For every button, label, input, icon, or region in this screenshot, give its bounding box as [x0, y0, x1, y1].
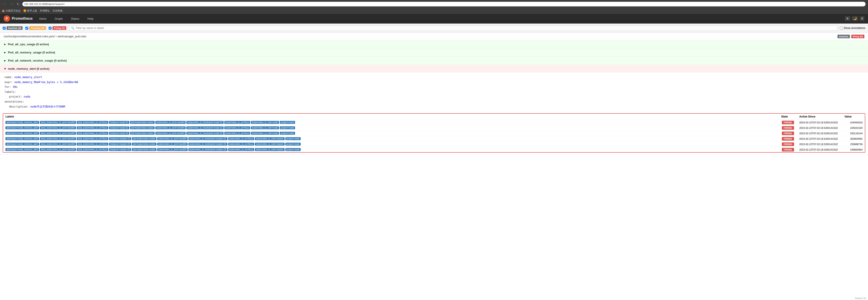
label-tag[interactable]: alertname=node_memory_alert: [5, 148, 39, 151]
label-tag[interactable]: kubernetes_io_role=master: [255, 143, 284, 145]
label-tag[interactable]: kubernetes_io_os=linux: [228, 148, 254, 151]
label-tag[interactable]: instance=node-02: [109, 126, 129, 129]
label-tag[interactable]: beta_kubernetes_io_arch=amd64: [40, 148, 76, 151]
alert-group-node-memory-header[interactable]: ▼ node_memory_alert (6 active): [0, 65, 868, 73]
label-tag[interactable]: kubernetes_io_role=node: [251, 126, 279, 129]
theme-auto-button[interactable]: A: [860, 16, 864, 21]
label-tag[interactable]: kubernetes_io_role=master: [255, 148, 284, 151]
label-tag[interactable]: beta_kubernetes_io_os=linux: [76, 143, 108, 145]
label-tag[interactable]: alertname=node_memory_alert: [5, 126, 39, 129]
table-header-row: Labels State Active Since Value: [3, 114, 865, 120]
label-tag[interactable]: project=node: [285, 143, 301, 145]
search-box[interactable]: 🔍: [69, 25, 837, 31]
label-tag[interactable]: beta_kubernetes_io_arch=amd64: [40, 126, 76, 129]
search-input[interactable]: [76, 27, 835, 30]
show-annotations-checkbox[interactable]: [840, 27, 843, 30]
alert-group-memory-header[interactable]: ► Pod_all_memory_usage (0 active): [0, 49, 868, 56]
label-tag[interactable]: instance=master-01: [109, 137, 131, 140]
filter-pending[interactable]: Pending (0): [25, 26, 46, 30]
value-cell: 228331520: [842, 125, 865, 131]
label-tag[interactable]: project=node: [285, 148, 301, 151]
label-tag[interactable]: instance=master-02: [109, 143, 131, 145]
label-tag[interactable]: project=node: [280, 121, 295, 124]
alert-detail: name: node_memory_alert expr: node_memor…: [0, 73, 868, 111]
label-tag[interactable]: beta_kubernetes_io_arch=amd64: [40, 143, 76, 145]
reload-button[interactable]: ↻: [16, 2, 20, 6]
detail-expr-row: expr: node_memory_MemFree_bytes < 5.2428…: [4, 80, 864, 85]
url-bar[interactable]: 192.168.122.21:9090/alerts?search=: [22, 2, 866, 6]
filter-firing-checkbox[interactable]: [49, 27, 52, 30]
label-tag[interactable]: alertname=node_memory_alert: [5, 143, 39, 145]
label-tag[interactable]: project=node: [280, 126, 295, 129]
label-tag[interactable]: job=kubernetes-nodes: [132, 137, 156, 140]
alert-group-cpu-header[interactable]: ► Pod_all_cpu_usage (0 active): [0, 40, 868, 48]
toolbar: Inactive (3) Pending (0) Firing (1) 🔍 Sh…: [0, 24, 868, 33]
chevron-down-icon: ▼: [4, 67, 6, 71]
label-tag[interactable]: kubernetes_io_arch=amd64: [157, 148, 187, 151]
label-tag[interactable]: kubernetes_io_os=linux: [224, 121, 250, 124]
col-since: Active Since: [797, 114, 842, 120]
label-tag[interactable]: kubernetes_io_arch=amd64: [157, 143, 187, 145]
label-tag[interactable]: job=kubernetes-nodes: [130, 132, 155, 135]
show-annotations-label[interactable]: Show annotations: [840, 27, 865, 30]
label-tag[interactable]: beta_kubernetes_io_os=linux: [76, 121, 108, 124]
label-tag[interactable]: alertname=node_memory_alert: [5, 121, 39, 124]
back-button[interactable]: ←: [2, 2, 7, 6]
nav-help[interactable]: Help: [86, 16, 95, 21]
label-tag[interactable]: instance=node-01: [109, 121, 129, 124]
bookmark-4[interactable]: 京东商城: [53, 9, 62, 12]
label-tag[interactable]: kubernetes_io_arch=amd64: [157, 137, 187, 140]
label-tag[interactable]: kubernetes_io_arch=amd64: [155, 132, 186, 135]
filter-inactive-checkbox[interactable]: [3, 27, 6, 30]
label-tag[interactable]: instance=node-03: [109, 132, 129, 135]
bookmark-1[interactable]: 🦊 火狐官方站点: [2, 9, 21, 12]
label-tag[interactable]: kubernetes_io_role=master: [255, 137, 284, 140]
label-tag[interactable]: kubernetes_io_hostname=master-01: [188, 137, 227, 140]
label-tag[interactable]: job=kubernetes-nodes: [132, 143, 156, 145]
filter-pending-checkbox[interactable]: [25, 27, 28, 30]
label-tag[interactable]: kubernetes_io_hostname=master-02: [188, 143, 227, 145]
state-cell: FIRING: [779, 136, 797, 141]
label-tag[interactable]: kubernetes_io_arch=amd64: [155, 121, 186, 124]
alert-group-network-header[interactable]: ► Pod_all_network_receive_usage (0 activ…: [0, 57, 868, 64]
bookmark-2[interactable]: 🟠 新手上路: [23, 9, 37, 12]
theme-dark-button[interactable]: 🌙: [852, 16, 858, 21]
label-tag[interactable]: project=node: [285, 137, 301, 140]
label-tag[interactable]: alertname=node_memory_alert: [5, 132, 39, 135]
forward-button[interactable]: →: [9, 2, 14, 6]
label-tag[interactable]: beta_kubernetes_io_os=linux: [76, 137, 108, 140]
label-tag[interactable]: beta_kubernetes_io_os=linux: [76, 132, 108, 135]
bookmark-3[interactable]: 常用网址: [40, 9, 50, 12]
filter-inactive[interactable]: Inactive (3): [3, 26, 23, 30]
label-tag[interactable]: kubernetes_io_hostname=node-03: [186, 132, 224, 135]
label-tag[interactable]: kubernetes_io_os=linux: [224, 132, 250, 135]
nav-alerts[interactable]: Alerts: [37, 16, 48, 21]
label-tag[interactable]: kubernetes_io_os=linux: [224, 126, 250, 129]
label-tag[interactable]: project=node: [280, 132, 295, 135]
label-tag[interactable]: kubernetes_io_os=linux: [228, 143, 254, 145]
label-tag[interactable]: kubernetes_io_hostname=master-03: [188, 148, 227, 151]
label-tag[interactable]: beta_kubernetes_io_os=linux: [76, 126, 108, 129]
label-tag[interactable]: beta_kubernetes_io_arch=amd64: [40, 137, 76, 140]
theme-light-button[interactable]: ☀: [845, 16, 850, 21]
label-tag[interactable]: job=kubernetes-nodes: [132, 148, 156, 151]
label-tag[interactable]: kubernetes_io_role=node: [251, 121, 279, 124]
label-tag[interactable]: kubernetes_io_os=linux: [228, 137, 254, 140]
label-tag[interactable]: alertname=node_memory_alert: [5, 137, 39, 140]
detail-project-label: project:: [9, 95, 22, 98]
table-row: alertname=node_memory_alertbeta_kubernet…: [3, 125, 865, 131]
label-tag[interactable]: beta_kubernetes_io_arch=amd64: [40, 121, 76, 124]
label-tag[interactable]: kubernetes_io_hostname=node-01: [186, 121, 224, 124]
nav-status[interactable]: Status: [69, 16, 81, 21]
label-tag[interactable]: kubernetes_io_hostname=node-02: [186, 126, 224, 129]
filter-firing[interactable]: Firing (1): [49, 26, 66, 30]
label-tag[interactable]: beta_kubernetes_io_arch=amd64: [40, 132, 76, 135]
alert-group-network-name: Pod_all_network_receive_usage (0 active): [8, 59, 67, 62]
label-tag[interactable]: beta_kubernetes_io_os=linux: [76, 148, 108, 151]
label-tag[interactable]: kubernetes_io_role=node: [251, 132, 279, 135]
label-tag[interactable]: job=kubernetes-nodes: [130, 121, 155, 124]
label-tag[interactable]: instance=master-03: [109, 148, 131, 151]
label-tag[interactable]: job=kubernetes-nodes: [130, 126, 155, 129]
label-tag[interactable]: kubernetes_io_arch=amd64: [155, 126, 186, 129]
nav-graph[interactable]: Graph: [53, 16, 65, 21]
